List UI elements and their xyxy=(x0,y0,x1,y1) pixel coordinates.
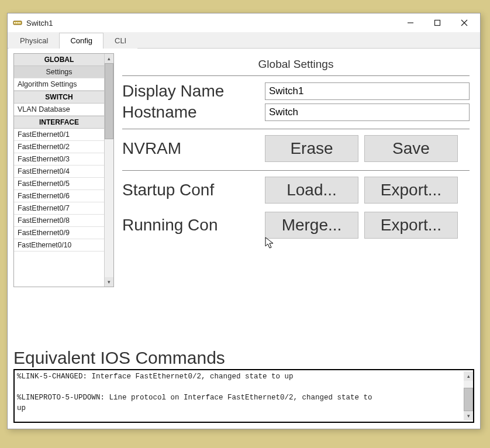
running-row: Running Con Merge... Export... xyxy=(122,212,470,239)
svg-rect-1 xyxy=(14,22,15,23)
app-window: Switch1 Physical Config CLI GLOBAL Setti… xyxy=(7,13,481,429)
hostname-label: Hostname xyxy=(122,103,265,122)
divider xyxy=(122,170,470,171)
svg-rect-3 xyxy=(18,22,19,23)
scroll-thumb[interactable] xyxy=(464,388,473,411)
sidebar: GLOBAL Settings Algorithm Settings SWITC… xyxy=(13,53,114,287)
upper-section: GLOBAL Settings Algorithm Settings SWITC… xyxy=(13,53,474,287)
scroll-up-icon[interactable]: ▴ xyxy=(105,54,113,63)
sidebar-item-if[interactable]: FastEthernet0/5 xyxy=(14,178,104,190)
sidebar-item-vlan[interactable]: VLAN Database xyxy=(14,104,104,116)
save-button[interactable]: Save xyxy=(364,135,458,162)
sidebar-scrollbar[interactable]: ▴ ▾ xyxy=(104,54,113,287)
tab-cli[interactable]: CLI xyxy=(103,33,137,49)
startup-config-label: Startup Conf xyxy=(122,181,265,199)
nvram-label: NVRAM xyxy=(122,139,265,158)
minimize-button[interactable] xyxy=(397,15,424,31)
close-button[interactable] xyxy=(451,15,478,31)
window-controls xyxy=(397,15,478,31)
maximize-icon xyxy=(434,19,441,26)
sidebar-item-if[interactable]: FastEthernet0/4 xyxy=(14,166,104,178)
export-running-button[interactable]: Export... xyxy=(364,212,458,239)
panel-title: Global Settings xyxy=(122,54,470,76)
sidebar-header-switch: SWITCH xyxy=(14,91,104,104)
ios-console: %LINK-5-CHANGED: Interface FastEthernet0… xyxy=(13,369,474,423)
sidebar-item-settings[interactable]: Settings xyxy=(14,66,104,78)
ios-console-output[interactable]: %LINK-5-CHANGED: Interface FastEthernet0… xyxy=(17,371,464,421)
sidebar-item-if[interactable]: FastEthernet0/2 xyxy=(14,141,104,153)
display-name-label: Display Name xyxy=(122,82,265,101)
minimize-icon xyxy=(407,19,414,26)
scroll-up-icon[interactable]: ▴ xyxy=(464,371,473,381)
scroll-down-icon[interactable]: ▾ xyxy=(464,411,473,421)
app-icon xyxy=(12,18,23,28)
svg-rect-6 xyxy=(435,20,440,26)
content-area: GLOBAL Settings Algorithm Settings SWITC… xyxy=(8,49,480,429)
svg-rect-2 xyxy=(16,22,17,23)
sidebar-header-global: GLOBAL xyxy=(14,54,104,66)
export-startup-button[interactable]: Export... xyxy=(364,177,458,204)
tab-physical[interactable]: Physical xyxy=(9,33,59,49)
titlebar: Switch1 xyxy=(8,13,480,32)
main-panel: Global Settings Display Name Hostname NV… xyxy=(114,53,474,287)
sidebar-item-if[interactable]: FastEthernet0/6 xyxy=(14,190,104,202)
display-name-input[interactable] xyxy=(265,82,470,100)
hostname-input[interactable] xyxy=(265,104,470,121)
load-button[interactable]: Load... xyxy=(265,177,358,204)
window-title: Switch1 xyxy=(26,19,397,27)
svg-rect-4 xyxy=(19,22,20,23)
startup-row: Startup Conf Load... Export... xyxy=(122,177,470,204)
sidebar-item-if[interactable]: FastEthernet0/10 xyxy=(14,239,104,251)
scroll-down-icon[interactable]: ▾ xyxy=(105,277,113,287)
tab-config[interactable]: Config xyxy=(59,33,103,49)
erase-button[interactable]: Erase xyxy=(265,135,358,162)
divider xyxy=(122,129,470,129)
running-config-label: Running Con xyxy=(122,216,265,235)
scroll-thumb[interactable] xyxy=(105,63,113,139)
sidebar-item-if[interactable]: FastEthernet0/9 xyxy=(14,227,104,239)
nvram-row: NVRAM Erase Save xyxy=(122,135,470,162)
sidebar-item-if[interactable]: FastEthernet0/8 xyxy=(14,215,104,227)
hostname-row: Hostname xyxy=(122,103,470,122)
sidebar-header-interface: INTERFACE xyxy=(14,116,104,129)
display-name-row: Display Name xyxy=(122,82,470,101)
sidebar-item-if[interactable]: FastEthernet0/7 xyxy=(14,202,104,215)
sidebar-list: GLOBAL Settings Algorithm Settings SWITC… xyxy=(14,54,104,287)
sidebar-item-algorithm[interactable]: Algorithm Settings xyxy=(14,78,104,91)
sidebar-item-if[interactable]: FastEthernet0/3 xyxy=(14,153,104,166)
merge-button[interactable]: Merge... xyxy=(265,212,358,239)
sidebar-item-if[interactable]: FastEthernet0/1 xyxy=(14,129,104,141)
maximize-button[interactable] xyxy=(424,15,451,31)
close-icon xyxy=(461,19,468,26)
tab-strip: Physical Config CLI xyxy=(8,32,480,49)
ios-commands-heading: Equivalent IOS Commands xyxy=(13,348,474,368)
console-scrollbar[interactable]: ▴ ▾ xyxy=(464,371,473,421)
